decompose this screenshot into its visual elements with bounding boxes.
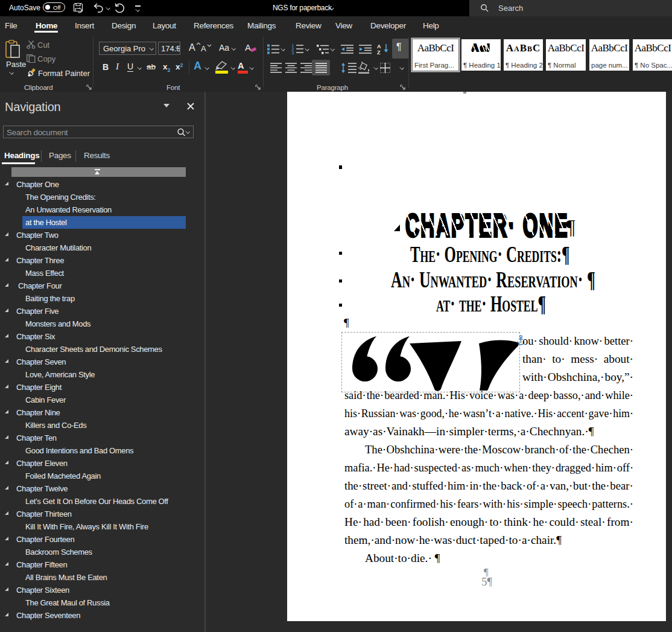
svg-text:Z: Z <box>377 49 381 55</box>
svg-text:A: A <box>377 43 381 49</box>
svg-text:3: 3 <box>292 51 294 54</box>
